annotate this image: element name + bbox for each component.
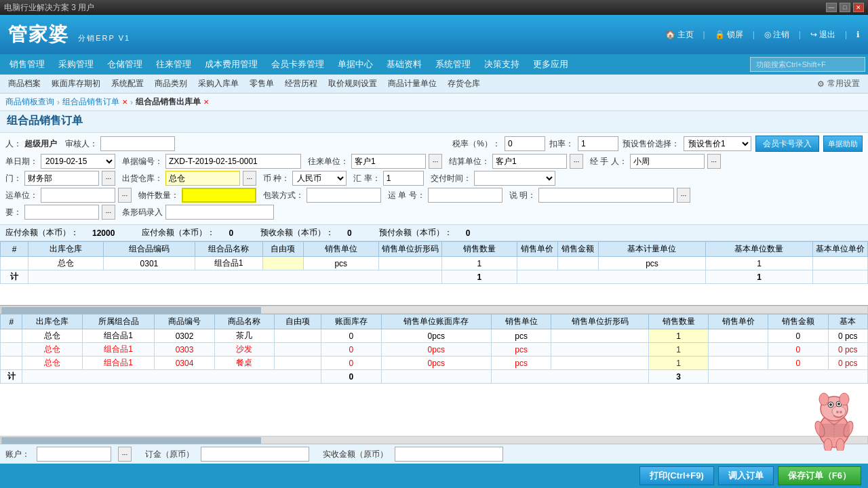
tax-rate-input[interactable] [505, 136, 545, 151]
table-row[interactable]: 总仓 组合品1 0304 餐桌 0 0pcs pcs 1 0 0 pcs [1, 357, 868, 370]
tracking-input[interactable] [428, 188, 502, 203]
handler-input[interactable] [630, 154, 705, 169]
ship-unit-input[interactable] [41, 188, 115, 203]
transaction-time-select[interactable] [474, 171, 555, 186]
account-input[interactable] [37, 447, 111, 462]
lock-link[interactable]: 🔒 锁屏 [715, 29, 743, 41]
close-button[interactable]: ✕ [853, 3, 864, 12]
require-input[interactable] [24, 205, 99, 220]
search-input[interactable] [750, 57, 865, 72]
ship-unit-btn[interactable]: ··· [118, 188, 132, 203]
svg-point-10 [840, 393, 849, 405]
sub-product-archive[interactable]: 商品档案 [3, 75, 46, 93]
lth-unit: 销售单位 [491, 314, 551, 329]
sub-retail[interactable]: 零售单 [244, 75, 279, 93]
nav-resources[interactable]: 基础资料 [380, 54, 429, 75]
card-number-button[interactable]: 会员卡号录入 [755, 136, 819, 152]
cell-free[interactable] [262, 257, 303, 270]
table-row[interactable]: 总仓 0301 组合品1 pcs 1 pcs 1 [1, 257, 868, 270]
package-input[interactable] [307, 188, 381, 203]
logout-link[interactable]: ◎ 注销 [764, 29, 789, 41]
upper-scroll-thumb[interactable] [1, 307, 261, 314]
print-button[interactable]: 打印(Ctrl+F9) [639, 466, 714, 485]
sub-purchase-in[interactable]: 采购入库单 [193, 75, 244, 93]
breadcrumb-item-1[interactable]: 商品销板查询 [5, 96, 54, 108]
svg-rect-16 [819, 424, 850, 437]
upper-table[interactable]: # 出库仓库 组合品编码 组合品名称 自由项 销售单位 销售单位折形码 销售数量… [0, 241, 868, 306]
person-value: 超级用户 [24, 138, 57, 150]
nav-membership[interactable]: 会员卡券管理 [264, 54, 331, 75]
sub-history[interactable]: 经营历程 [279, 75, 323, 93]
sub-product-category[interactable]: 商品类别 [149, 75, 193, 93]
breadcrumb-close-2[interactable]: ✕ [203, 98, 209, 106]
warehouse-input[interactable] [165, 171, 240, 186]
lower-scroll-thumb[interactable] [1, 437, 261, 444]
table-row[interactable]: 总仓 组合品1 0303 沙发 0 0pcs pcs 1 0 0 pcs [1, 343, 868, 357]
code-input[interactable] [165, 154, 301, 169]
date-input[interactable]: 2019-02-15 [41, 154, 115, 169]
remark-input[interactable] [538, 188, 674, 203]
sub-balance-init[interactable]: 账面库存期初 [46, 75, 106, 93]
home-link[interactable]: 🏠 主页 [665, 29, 694, 41]
minimize-button[interactable]: — [826, 3, 837, 12]
lower-scrollbar[interactable] [0, 436, 868, 444]
nav-decision[interactable]: 决策支持 [477, 54, 526, 75]
require-btn[interactable]: ··· [102, 205, 115, 220]
nav-sales[interactable]: 销售管理 [3, 54, 52, 75]
upper-data-table: # 出库仓库 组合品编码 组合品名称 自由项 销售单位 销售单位折形码 销售数量… [0, 241, 868, 284]
price-select[interactable]: 预设售价1 [684, 136, 751, 151]
sub-uom[interactable]: 商品计量单位 [382, 75, 442, 93]
to-unit-btn[interactable]: ··· [429, 154, 442, 169]
sub-sys-config[interactable]: 系统配置 [106, 75, 149, 93]
th-base-unit: 基本计量单位 [598, 242, 705, 257]
nav-purchase[interactable]: 采购管理 [52, 54, 100, 75]
barcode-label: 条形码录入 [122, 207, 163, 218]
dept-input[interactable] [24, 171, 99, 186]
upper-scrollbar[interactable] [0, 306, 868, 314]
account-btn[interactable]: ··· [118, 447, 132, 462]
currency-select[interactable]: 人民币 [292, 171, 347, 186]
to-unit-label: 往来单位： [308, 156, 349, 167]
exchange-input[interactable] [383, 171, 424, 186]
nav-more[interactable]: 更多应用 [526, 54, 575, 75]
reviewer-input[interactable] [100, 136, 175, 151]
nav-system[interactable]: 系统管理 [429, 54, 477, 75]
remark-btn[interactable]: ··· [677, 188, 690, 203]
handler-btn[interactable]: ··· [707, 154, 721, 169]
lower-table[interactable]: # 出库仓库 所属组合品 商品编号 商品名称 自由项 账面库存 销售单位账面库存… [0, 314, 868, 436]
nav-warehouse[interactable]: 仓储管理 [100, 54, 149, 75]
nav-costs[interactable]: 成本费用管理 [198, 54, 264, 75]
sub-price-rules[interactable]: 取价规则设置 [323, 75, 382, 93]
receipt-input[interactable] [395, 447, 503, 462]
settlement-btn[interactable]: ··· [570, 154, 583, 169]
mascot [809, 383, 860, 451]
dept-btn[interactable]: ··· [102, 171, 115, 186]
person-label: 人： [5, 138, 22, 150]
to-unit-input[interactable] [351, 154, 426, 169]
settings-button[interactable]: ⚙ 常用设置 [812, 78, 865, 89]
lower-table-header: # 出库仓库 所属组合品 商品编号 商品名称 自由项 账面库存 销售单位账面库存… [1, 314, 868, 329]
sub-warehouse[interactable]: 存货仓库 [442, 75, 486, 93]
nav-relations[interactable]: 往来管理 [149, 54, 198, 75]
discount-input[interactable] [578, 136, 618, 151]
settlement-input[interactable] [492, 154, 567, 169]
cell-unit: pcs [303, 257, 378, 270]
item-count-input[interactable] [182, 188, 256, 203]
table-row[interactable]: 总仓 组合品1 0302 茶几 0 0pcs pcs 1 0 0 pcs [1, 329, 868, 343]
info-link[interactable]: ℹ [856, 30, 860, 39]
maximize-button[interactable]: □ [840, 3, 850, 12]
sum-qty: 1 [441, 270, 517, 284]
account-label: 账户： [5, 449, 30, 460]
warehouse-btn[interactable]: ··· [243, 171, 256, 186]
nav-vouchers[interactable]: 单据中心 [331, 54, 380, 75]
order-input[interactable] [201, 447, 309, 462]
barcode-input[interactable] [165, 205, 274, 220]
svg-point-13 [824, 439, 832, 451]
breadcrumb-item-2[interactable]: 组合品销售订单 [62, 96, 119, 108]
import-order-button[interactable]: 调入订单 [718, 466, 774, 485]
exit-link[interactable]: ↪ 退出 [810, 29, 835, 41]
breadcrumb-close-1[interactable]: ✕ [122, 98, 127, 106]
window-controls: — □ ✕ [826, 3, 864, 12]
help-button[interactable]: 单据助助 [823, 136, 863, 152]
save-order-button[interactable]: 保存订单（F6） [778, 466, 861, 485]
